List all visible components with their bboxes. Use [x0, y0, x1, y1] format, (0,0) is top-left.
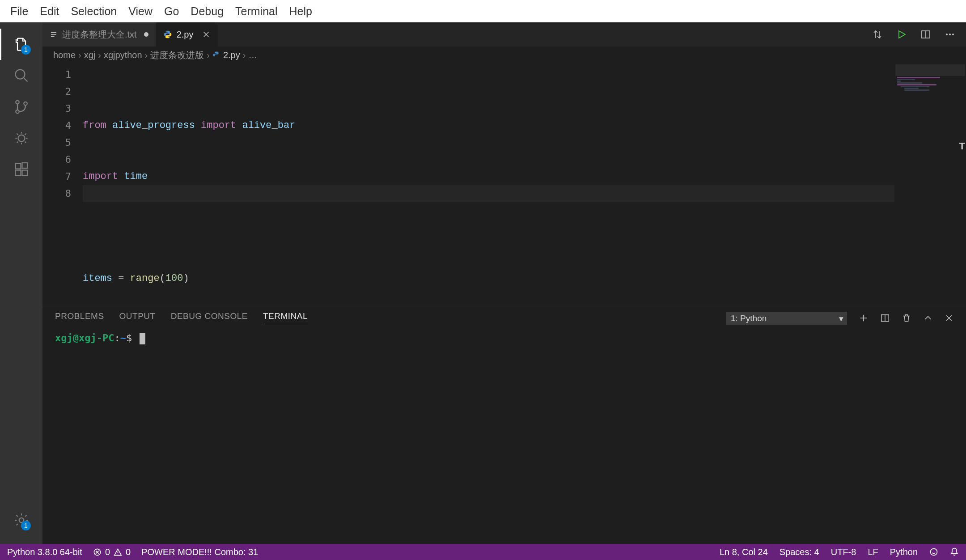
kill-terminal-icon[interactable] [902, 313, 911, 323]
menu-help[interactable]: Help [284, 5, 318, 18]
line-number-gutter: 12 34 56 78 [42, 64, 83, 307]
panel-tab-problems[interactable]: PROBLEMS [55, 311, 104, 325]
explorer-badge: 1 [21, 45, 31, 55]
source-control-icon[interactable] [0, 91, 42, 123]
text-file-icon [50, 30, 58, 38]
breadcrumb[interactable]: home› xgj› xgjpython› 进度条改进版› 2.py› … [42, 47, 966, 64]
svg-point-12 [949, 34, 951, 35]
svg-rect-6 [15, 170, 21, 176]
svg-rect-8 [22, 163, 27, 168]
close-icon[interactable] [202, 30, 210, 38]
breadcrumb-seg[interactable]: 进度条改进版 [150, 49, 204, 61]
status-power-mode[interactable]: POWER MODE!!! Combo: 31 [141, 547, 258, 557]
status-cursor-position[interactable]: Ln 8, Col 24 [720, 547, 768, 557]
svg-point-11 [946, 34, 948, 35]
maximize-panel-icon[interactable] [923, 313, 933, 323]
new-terminal-icon[interactable] [859, 313, 869, 323]
tab-txt-file[interactable]: 进度条整理大全.txt [42, 22, 156, 47]
tab-python-file[interactable]: 2.py [156, 22, 218, 47]
side-marker: T [959, 140, 965, 152]
activity-bar: 1 1 [0, 22, 42, 544]
terminal[interactable]: xgj@xgj-PC:~$ [42, 329, 966, 544]
status-encoding[interactable]: UTF-8 [831, 547, 856, 557]
breadcrumb-file[interactable]: 2.py [223, 50, 240, 60]
status-eol[interactable]: LF [868, 547, 878, 557]
svg-point-0 [15, 70, 25, 79]
breadcrumb-seg[interactable]: xgjpython [104, 50, 142, 60]
svg-point-16 [931, 549, 937, 556]
menubar: File Edit Selection View Go Debug Termin… [0, 0, 966, 22]
menu-file[interactable]: File [4, 5, 34, 18]
menu-terminal[interactable]: Terminal [229, 5, 283, 18]
terminal-path: ~ [120, 332, 126, 344]
terminal-cursor-icon [140, 333, 145, 344]
panel: PROBLEMS OUTPUT DEBUG CONSOLE TERMINAL 1… [42, 307, 966, 544]
svg-point-1 [16, 101, 19, 104]
tab-bar: 进度条整理大全.txt 2.py [42, 22, 966, 47]
breadcrumb-tail[interactable]: … [248, 50, 257, 60]
extensions-icon[interactable] [0, 154, 42, 185]
tab-label: 2.py [177, 30, 194, 40]
panel-tab-debug-console[interactable]: DEBUG CONSOLE [171, 311, 248, 325]
split-editor-icon[interactable] [920, 29, 931, 40]
svg-rect-7 [22, 170, 27, 176]
more-actions-icon[interactable] [945, 29, 955, 40]
close-panel-icon[interactable] [945, 314, 953, 322]
breadcrumb-seg[interactable]: home [53, 50, 76, 60]
panel-tab-output[interactable]: OUTPUT [119, 311, 156, 325]
status-indentation[interactable]: Spaces: 4 [780, 547, 819, 557]
breadcrumb-seg[interactable]: xgj [84, 50, 96, 60]
search-icon[interactable] [0, 60, 42, 91]
tab-label: 进度条整理大全.txt [62, 29, 137, 41]
menu-edit[interactable]: Edit [34, 5, 65, 18]
editor[interactable]: 12 34 56 78 from alive_progress import a… [42, 64, 966, 307]
code-area[interactable]: from alive_progress import alive_bar imp… [83, 64, 966, 307]
svg-rect-5 [15, 164, 21, 169]
compare-changes-icon[interactable] [872, 29, 883, 40]
status-python-interpreter[interactable]: Python 3.8.0 64-bit [7, 547, 82, 557]
status-bar: Python 3.8.0 64-bit 0 0 POWER MODE!!! Co… [0, 544, 966, 560]
run-icon[interactable] [896, 29, 907, 40]
settings-badge: 1 [21, 521, 31, 530]
menu-view[interactable]: View [123, 5, 158, 18]
status-problems[interactable]: 0 0 [93, 547, 131, 557]
menu-debug[interactable]: Debug [185, 5, 229, 18]
python-file-icon [212, 51, 220, 59]
debug-icon[interactable] [0, 123, 42, 154]
svg-point-4 [18, 135, 25, 142]
explorer-icon[interactable]: 1 [0, 29, 42, 60]
settings-gear-icon[interactable]: 1 [0, 505, 42, 536]
dirty-indicator-icon [144, 32, 148, 37]
feedback-icon[interactable] [929, 547, 938, 556]
menu-selection[interactable]: Selection [65, 5, 123, 18]
menu-go[interactable]: Go [158, 5, 185, 18]
svg-point-2 [16, 110, 19, 114]
python-file-icon [163, 30, 172, 39]
svg-point-3 [24, 102, 27, 106]
svg-point-13 [952, 34, 954, 35]
terminal-user: xgj@xgj-PC [55, 332, 114, 344]
status-language-mode[interactable]: Python [890, 547, 918, 557]
panel-tab-terminal[interactable]: TERMINAL [263, 311, 308, 325]
split-terminal-icon[interactable] [880, 313, 890, 323]
terminal-selector[interactable]: 1: Python [726, 312, 847, 325]
minimap[interactable] [894, 64, 966, 307]
notifications-icon[interactable] [950, 547, 959, 556]
